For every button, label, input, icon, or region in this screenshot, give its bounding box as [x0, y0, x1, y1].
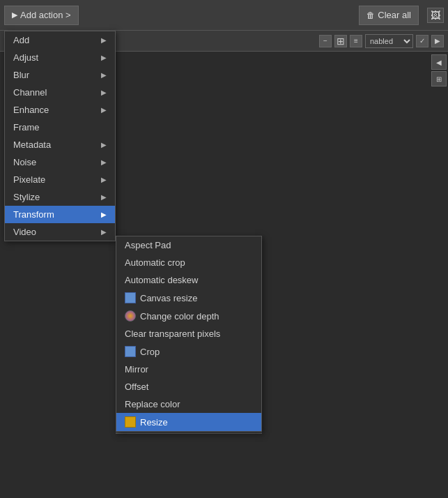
menu-item-stylize-label: Stylize [13, 192, 40, 202]
submenu-resize-content: Resize [125, 416, 168, 428]
submenu-automatic-crop[interactable]: Automatic crop [116, 254, 261, 271]
submenu-resize[interactable]: Resize [116, 413, 261, 431]
submenu-canvas-resize-label: Canvas resize [140, 293, 197, 303]
menu-item-pixelate-label: Pixelate [13, 174, 45, 185]
submenu-canvas-resize[interactable]: Canvas resize [116, 289, 261, 307]
submenu-mirror-label: Mirror [125, 364, 148, 375]
plus-button[interactable]: ⊞ [334, 35, 347, 47]
submenu-aspect-pad-label: Aspect Pad [125, 240, 171, 250]
crop-icon [125, 346, 136, 357]
menu-item-metadata[interactable]: Metadata ▶ [5, 136, 115, 153]
canvas-resize-icon [125, 292, 136, 303]
second-bar-right: − ⊞ ≡ nabled Enabled Disabled ✓ ▶ [319, 34, 444, 48]
menu-item-frame-label: Frame [13, 122, 40, 133]
menu-item-adjust[interactable]: Adjust ▶ [5, 49, 115, 66]
add-action-button[interactable]: ▶ Add action > [4, 6, 79, 25]
submenu-replace-color-label: Replace color [125, 399, 180, 409]
menu-item-metadata-label: Metadata [13, 139, 51, 150]
menu-item-stylize-arrow: ▶ [101, 193, 107, 201]
menu-item-enhance-arrow: ▶ [101, 106, 107, 114]
menu-item-transform[interactable]: Transform ▶ [5, 206, 115, 223]
submenu-canvas-resize-content: Canvas resize [125, 292, 197, 303]
menu-item-video[interactable]: Video ▶ [5, 223, 115, 241]
menu-item-blur[interactable]: Blur ▶ [5, 66, 115, 84]
check-button[interactable]: ✓ [416, 35, 428, 47]
menu-item-pixelate-arrow: ▶ [101, 176, 107, 183]
menu-item-channel-arrow: ▶ [101, 89, 107, 96]
submenu-crop-content: Crop [125, 346, 160, 357]
menu-item-metadata-arrow: ▶ [101, 141, 107, 149]
submenu-aspect-pad[interactable]: Aspect Pad [116, 236, 261, 254]
menu-item-channel-label: Channel [13, 87, 47, 98]
submenu-change-color-depth[interactable]: Change color depth [116, 307, 261, 325]
menu-item-stylize[interactable]: Stylize ▶ [5, 188, 115, 206]
submenu-automatic-deskew[interactable]: Automatic deskew [116, 271, 261, 289]
submenu-crop-label: Crop [140, 347, 160, 357]
clear-all-label: Clear all [378, 10, 411, 20]
transform-submenu-container: Aspect Pad Automatic crop Automatic desk… [116, 236, 262, 432]
menu-item-channel[interactable]: Channel ▶ [5, 84, 115, 101]
menu-item-noise[interactable]: Noise ▶ [5, 153, 115, 171]
menu-item-video-label: Video [13, 227, 36, 237]
status-select[interactable]: nabled Enabled Disabled [365, 34, 413, 48]
main-menu-dropdown: Add ▶ Adjust ▶ Blur ▶ Channel ▶ Enhance … [4, 31, 116, 241]
menu-item-adjust-arrow: ▶ [101, 54, 107, 61]
change-color-depth-icon [125, 310, 136, 322]
submenu-replace-color[interactable]: Replace color [116, 395, 261, 413]
menu-item-blur-label: Blur [13, 70, 29, 80]
submenu-offset-label: Offset [125, 382, 148, 392]
submenu-resize-label: Resize [140, 417, 168, 428]
minus-button[interactable]: − [319, 35, 332, 47]
clear-all-icon: 🗑 [366, 10, 375, 20]
submenu-offset[interactable]: Offset [116, 378, 261, 395]
menu-item-adjust-label: Adjust [13, 52, 38, 63]
submenu-automatic-crop-label: Automatic crop [125, 257, 185, 268]
transform-submenu: Aspect Pad Automatic crop Automatic desk… [116, 236, 262, 432]
resize-icon [125, 416, 136, 428]
top-icon-1[interactable]: 🖼 [427, 8, 444, 23]
submenu-change-color-depth-content: Change color depth [125, 310, 219, 322]
menu-item-noise-label: Noise [13, 157, 36, 167]
menu-item-add-arrow: ▶ [101, 36, 107, 44]
menu-item-transform-arrow: ▶ [101, 211, 107, 218]
menu-item-video-arrow: ▶ [101, 228, 107, 236]
add-action-label: Add action > [20, 10, 71, 20]
arrow-right-button[interactable]: ▶ [431, 35, 444, 47]
submenu-mirror[interactable]: Mirror [116, 361, 261, 378]
toolbar: ▶ Add action > 🗑 Clear all 🖼 [0, 0, 448, 31]
transform-submenu-dropdown [116, 432, 262, 434]
menu-item-frame[interactable]: Frame [5, 119, 115, 136]
add-action-icon: ▶ [12, 10, 17, 20]
submenu-crop[interactable]: Crop [116, 342, 261, 361]
right-sidebar: ◀ ⊞ [430, 52, 448, 89]
menu-item-enhance-label: Enhance [13, 105, 49, 115]
submenu-clear-transparent[interactable]: Clear transparent pixels [116, 325, 261, 342]
submenu-clear-transparent-label: Clear transparent pixels [125, 329, 220, 339]
menu-item-add-label: Add [13, 35, 29, 45]
right-btn-2[interactable]: ⊞ [431, 71, 447, 86]
top-right-icon-group: 🖼 [427, 8, 444, 23]
menu-item-add[interactable]: Add ▶ [5, 31, 115, 49]
submenu-change-color-depth-label: Change color depth [140, 311, 219, 322]
menu-item-pixelate[interactable]: Pixelate ▶ [5, 171, 115, 188]
menu-item-transform-label: Transform [13, 209, 54, 220]
menu-item-blur-arrow: ▶ [101, 71, 107, 79]
submenu-automatic-deskew-label: Automatic deskew [125, 275, 199, 285]
menus-overlay: Add ▶ Adjust ▶ Blur ▶ Channel ▶ Enhance … [4, 31, 262, 241]
menu-item-enhance[interactable]: Enhance ▶ [5, 101, 115, 119]
right-btn-1[interactable]: ◀ [431, 54, 447, 70]
menu-item-noise-arrow: ▶ [101, 158, 107, 166]
grid-button[interactable]: ≡ [350, 35, 362, 47]
clear-all-button[interactable]: 🗑 Clear all [359, 6, 419, 25]
